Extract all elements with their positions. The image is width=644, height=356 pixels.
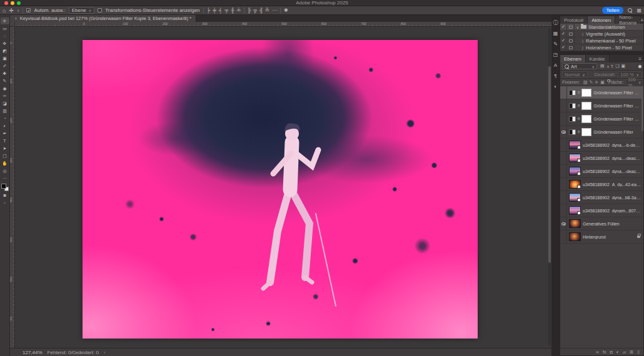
action-row[interactable]: ✓⟩Holzrahmen - 50 Pixel (560, 44, 643, 51)
actions-tab-protokoll[interactable]: Protokoll (560, 16, 588, 24)
actions-tab-nano-banana[interactable]: Nano-Banana (615, 16, 641, 24)
action-dialog-toggle[interactable] (567, 44, 575, 51)
more-options-icon[interactable]: ⋯ (272, 7, 277, 13)
layer-row[interactable]: 8Gründerwasen Filter Kopie (560, 112, 643, 126)
distribute-left-icon[interactable]: ╠ (248, 7, 251, 13)
fill-field[interactable]: 100 % ∨ (625, 79, 643, 86)
marquee-tool[interactable]: ▭ (1, 25, 9, 32)
align-left-icon[interactable]: ╞ (207, 7, 211, 13)
document-tab[interactable]: × Keyvisual-Bildlook.psd bei 127% (Gründ… (10, 15, 196, 22)
adjustment-layer-thumbnail[interactable] (569, 90, 576, 96)
layer-row[interactable]: Generatives Füllen (560, 217, 643, 230)
distribute-top-icon[interactable]: ╦ (253, 7, 257, 13)
layer-row[interactable]: u3458188902_dynam...8078-f1c287f10aef (560, 204, 643, 217)
layer-thumbnail[interactable] (569, 141, 581, 149)
layer-row[interactable]: u3458188902_A_dy...42-ea0d381b934b (560, 178, 643, 191)
align-center-h-icon[interactable]: ╪ (213, 7, 216, 13)
pen-tool[interactable]: ✒ (1, 130, 9, 137)
adjustments-panel-icon[interactable]: ◐ (554, 84, 557, 89)
layer-content[interactable]: 8Gründerwasen Filter Kopie 2 (567, 99, 643, 112)
add-layer-mask-icon[interactable]: ◘ (610, 350, 612, 355)
expander-icon[interactable]: ∨ (575, 25, 581, 29)
auto-select-dropdown[interactable]: Ebene ∨ (69, 7, 95, 14)
action-include-checkbox[interactable]: ✓ (560, 37, 567, 44)
brush-tool[interactable]: ✎ (1, 77, 9, 84)
new-group-icon[interactable]: ▱ (623, 350, 626, 355)
canvas-vertical-scrollbar[interactable] (548, 28, 551, 345)
layer-row[interactable]: 8Gründerwasen Filter Kopie 3 (560, 86, 643, 99)
eraser-tool[interactable]: ◪ (1, 100, 9, 107)
layer-content[interactable]: u3458188902_dyna...-b-deacb0eb8fb3_1 (567, 139, 643, 151)
home-icon[interactable]: ⌂ (3, 7, 6, 14)
layer-row[interactable]: u3458188902_dyna...-deacb0eb8fb3_2 (560, 165, 643, 178)
object-selection-tool[interactable]: ✜ (1, 40, 9, 47)
filter-toggle-icon[interactable] (638, 65, 641, 68)
layer-thumbnail[interactable] (569, 193, 581, 202)
action-include-checkbox[interactable]: ✓ (560, 31, 567, 37)
visibility-toggle[interactable] (560, 230, 567, 243)
visibility-toggle[interactable] (560, 139, 567, 151)
filter-adjustment-layers-icon[interactable]: ◑ (606, 64, 609, 69)
workspace-switcher-icon[interactable]: ▦ (636, 7, 641, 13)
dodge-tool[interactable]: ◐ (1, 122, 9, 129)
layers-panel-menu-icon[interactable]: ≡ (638, 55, 643, 62)
scrollbar-thumb[interactable] (548, 66, 551, 263)
frame-tool[interactable]: ▣ (1, 55, 9, 62)
clone-stamp-tool[interactable]: ◉ (1, 85, 9, 92)
share-button[interactable]: Teilen (602, 7, 624, 14)
delete-layer-icon[interactable]: ▯ (637, 350, 640, 355)
visibility-toggle[interactable] (560, 112, 567, 125)
foreground-background-swatches[interactable] (1, 184, 9, 191)
layer-content[interactable]: 8Gründerwasen Filter Kopie 3 (567, 86, 643, 99)
blend-mode-dropdown[interactable]: Normal ∨ (562, 71, 588, 77)
lock-transparency-icon[interactable]: ▨ (583, 80, 588, 85)
info-panel-icon[interactable]: ⓘ (553, 21, 558, 26)
quick-mask-mode[interactable]: ◙ (1, 192, 9, 199)
action-dialog-toggle[interactable] (567, 31, 575, 37)
align-bottom-icon[interactable]: ╧ (237, 7, 241, 13)
new-layer-icon[interactable]: ⊞ (630, 350, 633, 355)
layer-mask-thumbnail[interactable] (581, 115, 591, 123)
hand-tool[interactable]: ✋ (1, 160, 9, 167)
visibility-toggle[interactable] (560, 217, 567, 230)
gradient-tool[interactable]: ▥ (1, 107, 9, 114)
action-include-checkbox[interactable]: ✓ (560, 24, 567, 30)
layer-row[interactable]: u3458188902_dyna...-deacb0eb8fb3_0 (560, 152, 643, 165)
layer-content[interactable]: 8Gründerwasen Filter (567, 126, 643, 138)
layer-content[interactable]: u3458188902_dynam...8078-f1c287f10aef (567, 204, 643, 217)
healing-brush-tool[interactable]: ✚ (1, 70, 9, 77)
tool-preset-chevron-icon[interactable]: ∨ (17, 8, 19, 12)
actions-panel-menu-icon[interactable]: ≡ (641, 16, 644, 24)
blur-tool[interactable]: ◔ (1, 115, 9, 122)
visibility-toggle[interactable] (560, 191, 567, 204)
layer-mask-thumbnail[interactable] (581, 102, 591, 110)
actions-tab-aktionen[interactable]: Aktionen (588, 16, 615, 24)
filter-shape-layers-icon[interactable]: ❏ (615, 64, 619, 69)
lock-paint-icon[interactable]: ✎ (589, 80, 593, 85)
action-include-checkbox[interactable]: ✓ (560, 44, 567, 51)
layer-mask-thumbnail[interactable] (581, 128, 591, 136)
screen-mode[interactable]: ▫ (1, 199, 9, 206)
ruler-origin[interactable] (10, 22, 15, 27)
paragraph-panel-icon[interactable]: ¶ (554, 74, 556, 79)
layer-content[interactable]: Generatives Füllen (567, 217, 643, 230)
expander-icon[interactable]: ⟩ (580, 32, 586, 36)
visibility-toggle[interactable] (560, 165, 567, 177)
layer-mask-thumbnail[interactable] (581, 89, 591, 97)
edit-toolbar[interactable]: ⋯ (1, 175, 9, 182)
canvas-artwork[interactable] (83, 40, 478, 339)
filter-smart-objects-icon[interactable]: ▣ (621, 64, 625, 69)
lasso-tool[interactable]: ◌ (1, 32, 9, 39)
layer-filter-dropdown[interactable]: Art ∨ (562, 63, 597, 69)
layer-content[interactable]: u3458188902_dyna...-deacb0eb8fb3_2 (567, 165, 643, 177)
new-adjustment-layer-icon[interactable]: ◐ (616, 350, 619, 355)
visibility-toggle[interactable] (560, 204, 567, 217)
show-transform-controls-checkbox[interactable] (98, 8, 102, 12)
adjustment-layer-thumbnail[interactable] (569, 103, 576, 109)
histogram-panel-icon[interactable]: ▦ (553, 31, 558, 36)
layer-row[interactable]: 8Gründerwasen Filter (560, 126, 643, 139)
align-top-icon[interactable]: ╤ (225, 7, 229, 13)
layer-content[interactable]: u3458188902_A_dy...42-ea0d381b934b (567, 178, 643, 190)
crop-tool[interactable]: ◩ (1, 47, 9, 54)
layer-content[interactable]: u3458188902_dyna...b8-3aaeab44f93b (567, 191, 643, 204)
